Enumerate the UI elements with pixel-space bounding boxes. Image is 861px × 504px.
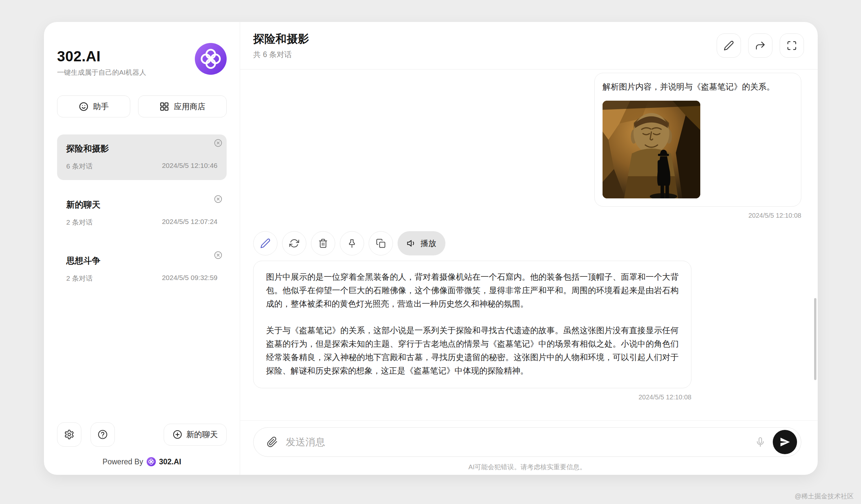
powered-by: Powered By 302.AI	[57, 457, 227, 466]
play-label: 播放	[421, 238, 436, 249]
paperclip-icon	[266, 436, 278, 448]
expand-icon	[787, 40, 797, 51]
sidebar-spacer	[57, 292, 227, 422]
voice-input-button[interactable]	[755, 437, 766, 447]
app-grid-icon	[160, 102, 169, 112]
chat-item-struggle[interactable]: 思想斗争 2 条对话 2024/5/5 09:32:59	[57, 247, 227, 292]
user-attached-image[interactable]	[603, 101, 700, 198]
delete-chat-icon[interactable]	[214, 194, 223, 204]
message-input-bar	[253, 427, 801, 457]
message-actions: 播放	[253, 231, 801, 255]
paper-plane-icon	[779, 436, 791, 448]
play-audio-button[interactable]: 播放	[398, 231, 446, 255]
pencil-icon	[724, 40, 734, 51]
delete-chat-icon[interactable]	[214, 138, 223, 148]
delete-message-button[interactable]	[311, 231, 335, 255]
assistant-message-timestamp: 2024/5/5 12:10:08	[253, 393, 692, 401]
smiley-icon	[79, 102, 88, 112]
send-message-button[interactable]	[773, 430, 797, 454]
chat-meta: 2 条对话 2024/5/5 12:07:24	[66, 218, 217, 227]
new-chat-button[interactable]: 新的聊天	[164, 424, 227, 446]
fullscreen-button[interactable]	[780, 33, 804, 58]
chat-count: 2 条对话	[66, 274, 93, 283]
pin-message-button[interactable]	[340, 231, 364, 255]
brand-row: 302.AI 一键生成属于自己的AI机器人	[57, 43, 227, 77]
brand-name: 302.AI	[57, 48, 146, 65]
pencil-icon	[260, 238, 271, 249]
share-arrow-icon	[755, 40, 766, 51]
assistant-paragraph-1: 图片中展示的是一位穿着全黑装备的人，背对着摄像机站在一个石窟内。他的装备包括一顶…	[266, 270, 679, 310]
chat-header-titles: 探险和摄影 共 6 条对话	[253, 31, 309, 60]
chat-item-adventure[interactable]: 探险和摄影 6 条对话 2024/5/5 12:10:46	[57, 135, 227, 180]
brand-block: 302.AI 一键生成属于自己的AI机器人	[57, 43, 146, 77]
user-message-timestamp: 2024/5/5 12:10:08	[253, 212, 801, 219]
ai-disclaimer: AI可能会犯错误。请考虑核实重要信息。	[253, 463, 801, 472]
chat-messages: 解析图片内容，并说明与《盗墓笔记》的关系。	[240, 70, 818, 420]
edit-message-button[interactable]	[253, 231, 277, 255]
watermark: @稀土掘金技术社区	[795, 492, 854, 501]
microphone-icon	[755, 437, 766, 447]
composer: AI可能会犯错误。请考虑核实重要信息。	[240, 420, 818, 475]
powered-by-label: Powered By	[102, 458, 144, 466]
assistant-paragraph-2: 关于与《盗墓笔记》的关系，这部小说是一系列关于探险和寻找古代遗迹的故事。虽然这张…	[266, 324, 679, 377]
header-actions	[717, 33, 804, 58]
brand-logo-icon	[195, 43, 227, 75]
nav-store-label: 应用商店	[174, 101, 205, 112]
refresh-icon	[289, 238, 299, 248]
chat-title: 新的聊天	[66, 199, 217, 211]
copy-message-button[interactable]	[369, 231, 393, 255]
regenerate-button[interactable]	[282, 231, 306, 255]
settings-button[interactable]	[57, 422, 81, 447]
chat-meta: 6 条对话 2024/5/5 12:10:46	[66, 162, 217, 171]
help-button[interactable]	[91, 422, 115, 447]
brand-tagline: 一键生成属于自己的AI机器人	[57, 68, 146, 77]
chat-count: 6 条对话	[66, 162, 93, 171]
chat-scrollbar[interactable]	[814, 298, 816, 380]
message-input[interactable]	[285, 436, 755, 448]
powered-logo-icon	[147, 457, 156, 466]
nav-assistant-button[interactable]: 助手	[57, 95, 130, 117]
chat-count: 2 条对话	[66, 218, 93, 227]
nav-store-button[interactable]: 应用商店	[138, 95, 227, 117]
assistant-message: 图片中展示的是一位穿着全黑装备的人，背对着摄像机站在一个石窟内。他的装备包括一顶…	[253, 261, 692, 388]
user-message-row: 解析图片内容，并说明与《盗墓笔记》的关系。	[253, 73, 801, 207]
chat-time: 2024/5/5 12:07:24	[162, 218, 217, 227]
chat-time: 2024/5/5 12:10:46	[162, 162, 217, 171]
sidebar: 302.AI 一键生成属于自己的AI机器人	[44, 22, 240, 475]
delete-chat-icon[interactable]	[214, 251, 223, 260]
main-panel: 探险和摄影 共 6 条对话	[240, 22, 818, 475]
chat-meta: 2 条对话 2024/5/5 09:32:59	[66, 274, 217, 283]
sidebar-footer: 新的聊天	[57, 422, 227, 447]
chat-item-new-chat[interactable]: 新的聊天 2 条对话 2024/5/5 12:07:24	[57, 191, 227, 236]
pushpin-icon	[347, 238, 357, 248]
question-circle-icon	[97, 429, 108, 440]
powered-brand: 302.AI	[159, 458, 181, 466]
chat-time: 2024/5/5 09:32:59	[162, 274, 217, 283]
chat-header: 探险和摄影 共 6 条对话	[240, 22, 818, 70]
rename-chat-button[interactable]	[717, 33, 741, 58]
gear-icon	[64, 429, 74, 440]
sidebar-nav: 助手 应用商店	[57, 95, 227, 117]
attach-file-button[interactable]	[266, 436, 278, 448]
app-window: 302.AI 一键生成属于自己的AI机器人	[44, 22, 818, 475]
chat-list: 探险和摄影 6 条对话 2024/5/5 12:10:46 新的聊天 2 条对话…	[57, 135, 227, 292]
message-count: 共 6 条对话	[253, 50, 309, 60]
page-title: 探险和摄影	[253, 31, 309, 46]
chat-title: 探险和摄影	[66, 143, 217, 154]
user-message-text: 解析图片内容，并说明与《盗墓笔记》的关系。	[603, 80, 793, 93]
copy-icon	[376, 238, 386, 248]
plus-circle-icon	[173, 430, 182, 439]
chat-title: 思想斗争	[66, 255, 217, 267]
speaker-icon	[407, 238, 416, 248]
user-message-bubble: 解析图片内容，并说明与《盗墓笔记》的关系。	[594, 73, 801, 207]
share-chat-button[interactable]	[748, 33, 773, 58]
trash-icon	[318, 238, 328, 248]
nav-assistant-label: 助手	[93, 101, 109, 112]
new-chat-label: 新的聊天	[186, 429, 218, 440]
